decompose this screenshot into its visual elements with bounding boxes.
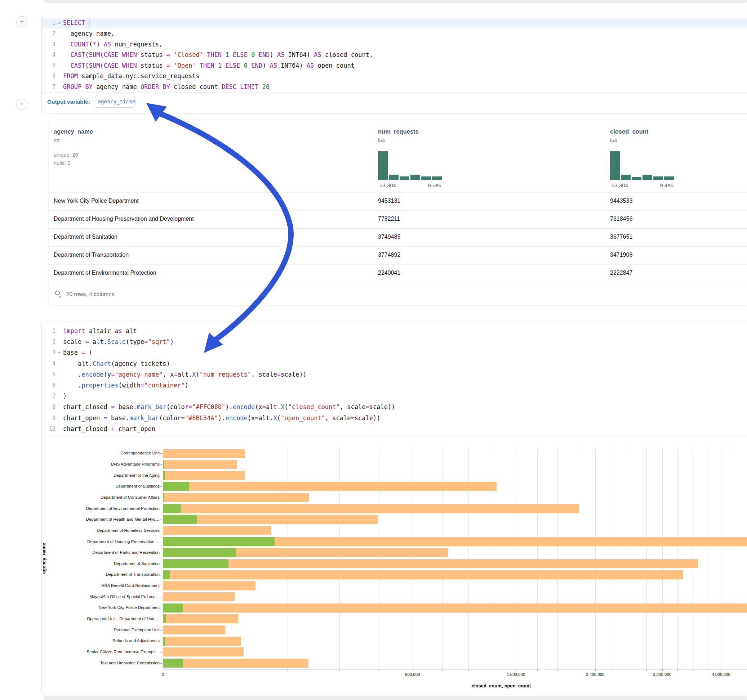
x-axis-tick xyxy=(693,669,693,671)
code-line-9[interactable]: 9chart_open = base.mark_bar(color="#8BC3… xyxy=(42,413,747,424)
line-number: 3 xyxy=(42,41,56,48)
code-line-1[interactable]: 1import altair as alt xyxy=(42,326,747,336)
histogram-bar xyxy=(400,177,409,180)
code-text: SELECT xyxy=(63,19,89,27)
x-axis-tick xyxy=(613,669,613,671)
column-header-num_requests[interactable]: num_requests xyxy=(378,128,419,135)
y-axis-label: Operations Unit - Department of Hom… xyxy=(44,617,160,621)
add-cell-button-top[interactable]: + xyxy=(16,16,27,27)
y-axis-tick xyxy=(160,564,163,564)
table-cell: 3677651 xyxy=(610,234,632,240)
histogram-bar xyxy=(378,151,388,180)
code-line-2[interactable]: 2scale = alt.Scale(type="sqrt") xyxy=(42,336,747,347)
divider xyxy=(42,436,747,436)
x-axis-line xyxy=(163,669,747,669)
code-text: import altair as alt xyxy=(63,327,137,335)
code-text: .encode(y="agency_name", x=alt.X("num_re… xyxy=(63,371,307,378)
y-axis-tick xyxy=(160,453,163,454)
bar-open-count xyxy=(163,570,170,579)
bar-closed-count xyxy=(163,637,241,646)
code-line-4[interactable]: 4 CAST(SUM(CASE WHEN status = 'Closed' T… xyxy=(42,50,747,60)
code-line-1[interactable]: 1SELECT xyxy=(42,18,747,29)
column-header-agency_name[interactable]: agency_name xyxy=(54,128,93,135)
y-axis-tick xyxy=(160,597,163,597)
code-line-3[interactable]: 3 COUNT(*) AS num_requests, xyxy=(42,39,747,50)
code-text: ) xyxy=(63,392,67,400)
x-axis-tick-label: 2,400,000 xyxy=(570,672,620,677)
y-axis-tick xyxy=(160,586,163,586)
python-code-editor[interactable]: 1import altair as alt2scale = alt.Scale(… xyxy=(42,326,747,434)
search-icon[interactable] xyxy=(55,291,60,295)
table-cell: 9453131 xyxy=(378,198,400,204)
previous-cell-edge xyxy=(44,0,747,3)
x-axis-tick xyxy=(442,669,443,671)
code-line-7[interactable]: 7) xyxy=(42,391,747,401)
table-cell: 7782211 xyxy=(378,216,400,222)
x-axis-tick xyxy=(287,669,288,671)
histogram-bar xyxy=(410,175,420,180)
table-cell: 3471908 xyxy=(610,252,632,258)
histogram-bar xyxy=(643,175,652,180)
y-axis-label: Refunds and Adjustments xyxy=(44,638,160,643)
gridline xyxy=(469,448,469,669)
bar-open-count xyxy=(163,559,228,568)
x-axis-tick xyxy=(339,669,340,671)
gridline xyxy=(287,448,288,669)
sql-code-editor[interactable]: 1SELECT 2 agency_name,3 COUNT(*) AS num_… xyxy=(42,18,747,92)
y-axis-title: agency_name xyxy=(42,543,47,573)
code-line-6[interactable]: 6 .properties(width="container") xyxy=(42,380,747,391)
x-axis-tick-label: 0 xyxy=(138,672,188,677)
code-line-4[interactable]: 4 alt.Chart(agency_tickets) xyxy=(42,358,747,369)
code-line-5[interactable]: 5 .encode(y="agency_name", x=alt.X("num_… xyxy=(42,369,747,380)
gridline xyxy=(413,448,413,669)
column-type: i64 xyxy=(378,137,385,143)
x-axis-tick xyxy=(707,669,708,671)
y-axis-label: Department of Consumer Affairs xyxy=(44,495,160,499)
code-line-5[interactable]: 5 CAST(SUM(CASE WHEN status = 'Open' THE… xyxy=(42,60,747,71)
y-axis-tick xyxy=(160,531,163,531)
gridline xyxy=(339,448,340,669)
x-axis-tick xyxy=(163,669,163,671)
code-text: CAST(SUM(CASE WHEN status = 'Closed' THE… xyxy=(63,51,373,58)
line-number: 6 xyxy=(42,73,56,79)
add-cell-button-below-sql[interactable]: + xyxy=(16,99,27,110)
y-axis-tick xyxy=(160,486,163,487)
gridline xyxy=(677,448,678,669)
sql-results-table: agency_namestrunique: 20nulls: 0num_requ… xyxy=(48,120,747,305)
y-axis-tick xyxy=(160,509,163,509)
table-row[interactable]: Department of Environmental Protection22… xyxy=(49,264,747,282)
table-cell: Department of Environmental Protection xyxy=(54,270,156,276)
bar-closed-count xyxy=(163,603,747,612)
code-line-10[interactable]: 10chart_closed + chart_open xyxy=(42,424,747,434)
x-axis-tick xyxy=(735,669,735,671)
bar-closed-count xyxy=(163,647,243,656)
x-axis-tick xyxy=(413,669,413,671)
code-line-3[interactable]: 3base = ( xyxy=(42,347,747,358)
table-row[interactable]: Department of Sanitation37494853677651 xyxy=(49,228,747,246)
bar-open-count xyxy=(163,548,236,557)
y-axis-label: Correspondence Unit xyxy=(44,451,160,455)
table-row[interactable]: Department of Transportation377489234719… xyxy=(49,246,747,264)
gridline xyxy=(662,448,663,669)
y-axis-label: New York City Police Department xyxy=(44,605,160,609)
table-row[interactable]: Department of Housing Preservation and D… xyxy=(49,210,747,228)
code-line-2[interactable]: 2 agency_name, xyxy=(42,29,747,39)
bar-closed-count xyxy=(163,482,496,491)
column-histogram xyxy=(610,151,677,180)
line-number: 4 xyxy=(42,361,56,367)
column-header-closed_count[interactable]: closed_count xyxy=(610,128,648,135)
code-line-7[interactable]: 7GROUP BY agency_name ORDER BY closed_co… xyxy=(42,81,747,92)
x-axis-tick xyxy=(516,669,516,671)
column-stat: nulls: 0 xyxy=(54,160,70,166)
y-axis-label: HRA Benefit Card Replacement xyxy=(44,583,160,588)
code-text: alt.Chart(agency_tickets) xyxy=(63,360,170,367)
table-row[interactable]: New York City Police Department945313194… xyxy=(49,192,747,210)
gridline xyxy=(595,448,596,669)
bar-closed-count xyxy=(163,626,225,634)
code-line-6[interactable]: 6FROM sample_data.nyc.service_requests xyxy=(42,71,747,82)
code-line-8[interactable]: 8chart_closed = base.mark_bar(color="#FF… xyxy=(42,401,747,412)
table-cell: 7618456 xyxy=(610,216,632,222)
line-number: 5 xyxy=(42,371,56,378)
output-variable-pill[interactable]: agency_tickets xyxy=(95,96,136,108)
table-cell: 2222847 xyxy=(610,270,632,276)
